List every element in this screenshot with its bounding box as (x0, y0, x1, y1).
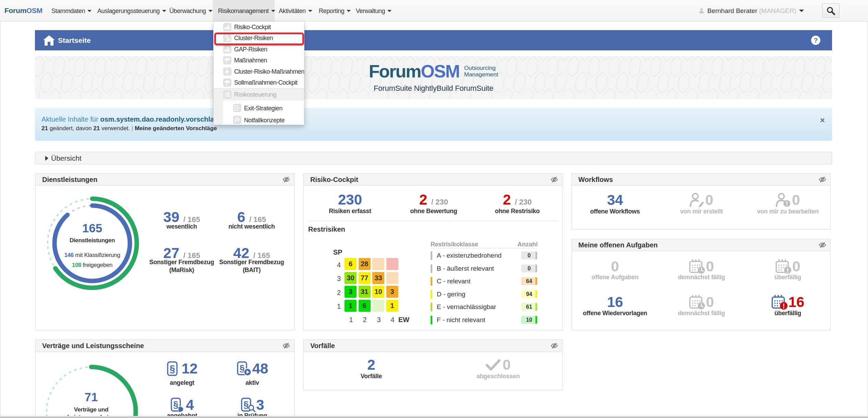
svg-text:§: § (173, 399, 178, 410)
svg-text:§: § (170, 363, 175, 374)
svg-text:§: § (243, 399, 249, 410)
